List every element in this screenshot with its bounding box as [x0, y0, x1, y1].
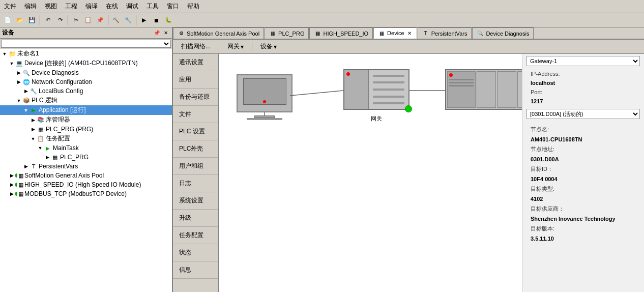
tab-label-plc_prg: PLC_PRG	[278, 31, 304, 37]
tree-expand-6[interactable]: ▼	[22, 107, 30, 114]
menu-edit[interactable]: 编辑	[22, 1, 39, 12]
open-btn[interactable]: 📂	[14, 15, 25, 26]
tree-item-8[interactable]: ▶▦PLC_PRG (PRG)	[0, 125, 172, 134]
scan-network-btn[interactable]: 扫描网络...	[177, 41, 215, 52]
tree-item-14[interactable]: ▶▦HIGH_SPEED_IO (High Speed IO Module)	[0, 180, 172, 189]
save-btn[interactable]: 💾	[26, 15, 38, 26]
stop-btn[interactable]: ⏹	[151, 15, 162, 26]
gateway-dropdown[interactable]: Gateway-1	[526, 56, 640, 66]
run-btn[interactable]: ▶	[138, 15, 150, 26]
tab-close-device[interactable]: ✕	[406, 30, 413, 36]
panel-pin-icon[interactable]: 📌	[153, 29, 161, 37]
tab-label-diagnosis: Device Diagnosis	[486, 31, 529, 37]
svg-line-0	[290, 91, 343, 96]
tree-item-9[interactable]: ▼📋任务配置	[0, 134, 172, 143]
tab-high_speed[interactable]: ▦HIGH_SPEED_IO	[309, 27, 373, 39]
menu-view[interactable]: 视图	[43, 1, 59, 12]
menu-project[interactable]: 工程	[63, 1, 79, 12]
tree-item-15[interactable]: ▶▦MODBUS_TCP (ModbusTCP Device)	[0, 189, 172, 198]
tree-expand-0[interactable]: ▼	[1, 50, 8, 57]
tree-expand-7[interactable]: ▶	[30, 116, 37, 124]
menu-debug[interactable]: 调试	[124, 1, 140, 12]
tree-item-6[interactable]: ▼▶Application [运行]	[0, 105, 172, 115]
tree-icon-0: 📁	[8, 50, 16, 58]
tree-item-7[interactable]: ▶📚库管理器	[0, 115, 172, 125]
menu-window[interactable]: 窗口	[165, 1, 181, 12]
tab-diagnosis[interactable]: 🔍Device Diagnosis	[472, 27, 534, 39]
left-nav-item-6[interactable]: 用户和组	[173, 158, 218, 175]
tree-expand-5[interactable]: ▼	[15, 97, 22, 104]
sub-sep2	[252, 43, 252, 51]
tree-expand-11[interactable]: ▶	[44, 154, 51, 161]
plc-dropdown[interactable]: [0301.D00A] (活动的)	[526, 109, 640, 119]
sep4	[136, 15, 136, 25]
left-nav-item-3[interactable]: 文件	[173, 106, 218, 123]
menu-file[interactable]: 文件	[2, 1, 18, 12]
tree-icon-3: 🌐	[22, 78, 31, 86]
tab-icon-plc_prg: ▦	[269, 30, 276, 37]
tree-expand-4[interactable]: ▶	[22, 87, 30, 95]
left-nav-item-5[interactable]: PLC外壳	[173, 140, 218, 158]
tab-persistent[interactable]: TPersistentVars	[418, 27, 472, 39]
left-panel-title: 设备	[2, 28, 14, 37]
menu-help[interactable]: 帮助	[185, 1, 201, 12]
tree-label-13: SoftMotion General Axis Pool	[24, 172, 104, 179]
node-name-label-row: 节点名:	[526, 124, 640, 135]
left-nav-item-9[interactable]: 升级	[173, 210, 218, 227]
undo-btn[interactable]: ↶	[42, 15, 53, 26]
tree-expand-14[interactable]: ▶	[8, 181, 15, 188]
tree-item-10[interactable]: ▼▶MainTask	[0, 143, 172, 153]
tree-expand-8[interactable]: ▶	[30, 126, 37, 133]
copy-btn[interactable]: 📋	[82, 15, 94, 26]
tree-expand-3[interactable]: ▶	[15, 78, 22, 85]
left-nav-item-11[interactable]: 状态	[173, 244, 218, 261]
ip-value: localhost	[531, 80, 555, 86]
tree-item-12[interactable]: ▶TPersistentVars	[0, 162, 172, 171]
rebuild-btn[interactable]: 🔧	[123, 15, 134, 26]
device-btn[interactable]: 设备 ▾	[256, 41, 281, 52]
left-nav-item-1[interactable]: 应用	[173, 71, 218, 89]
tree-expand-1[interactable]: ▼	[8, 60, 15, 67]
panel-close-icon[interactable]: ✕	[162, 29, 170, 37]
tree-item-2[interactable]: ▶🔍Device Diagnosis	[0, 68, 172, 77]
sep2	[68, 15, 68, 25]
sep3	[108, 15, 108, 25]
tree-expand-9[interactable]: ▼	[30, 135, 37, 142]
tree-item-3[interactable]: ▶🌐Network Configuration	[0, 77, 172, 86]
tree-item-4[interactable]: ▶🔧LocalBus Config	[0, 86, 172, 96]
tree-item-11[interactable]: ▶▦PLC_PRG	[0, 153, 172, 162]
left-nav-item-0[interactable]: 通讯设置	[173, 54, 218, 71]
menu-build[interactable]: 编译	[83, 1, 100, 12]
tree-expand-12[interactable]: ▶	[22, 163, 30, 170]
left-nav-item-7[interactable]: 日志	[173, 175, 218, 192]
menu-tools[interactable]: 工具	[144, 1, 161, 12]
redo-btn[interactable]: ↷	[54, 15, 66, 26]
node-name-value-row: AM401-CPU1608TN	[526, 135, 640, 144]
gateway-btn[interactable]: 网关 ▾	[223, 41, 248, 52]
tree-expand-13[interactable]: ▶	[8, 172, 15, 179]
tree-item-5[interactable]: ▼📦PLC 逻辑	[0, 96, 172, 105]
tab-plc_prg[interactable]: ▦PLC_PRG	[265, 27, 309, 39]
tree-item-0[interactable]: ▼📁未命名1	[0, 49, 172, 59]
left-nav-item-8[interactable]: 系统设置	[173, 192, 218, 210]
paste-btn[interactable]: 📌	[95, 15, 106, 26]
new-btn[interactable]: 📄	[2, 15, 13, 26]
device-arrow-icon: ▾	[274, 43, 277, 50]
left-nav-item-2[interactable]: 备份与还原	[173, 89, 218, 106]
tab-device[interactable]: ▦Device✕	[373, 27, 417, 39]
left-nav-item-10[interactable]: 任务配置	[173, 227, 218, 244]
tree-expand-10[interactable]: ▼	[37, 144, 44, 152]
left-nav-item-12[interactable]: 信息	[173, 261, 218, 279]
left-nav-item-4[interactable]: PLC 设置	[173, 123, 218, 140]
tree-filter-select[interactable]	[1, 40, 171, 48]
tree-expand-15[interactable]: ▶	[8, 190, 15, 197]
tree-expand-2[interactable]: ▶	[15, 69, 22, 76]
build-btn[interactable]: 🔨	[110, 15, 122, 26]
target-id-value: 10F4 0004	[531, 176, 558, 182]
tab-softmotion[interactable]: ⚙SoftMotion General Axis Pool	[173, 27, 264, 39]
cut-btn[interactable]: ✂	[70, 15, 81, 26]
debug-btn[interactable]: 🐛	[163, 15, 174, 26]
tree-item-1[interactable]: ▼💻Device [连接的] (AM401-CPU1608TP/TN)	[0, 59, 172, 68]
menu-online[interactable]: 在线	[104, 1, 120, 12]
tree-item-13[interactable]: ▶▦SoftMotion General Axis Pool	[0, 171, 172, 180]
